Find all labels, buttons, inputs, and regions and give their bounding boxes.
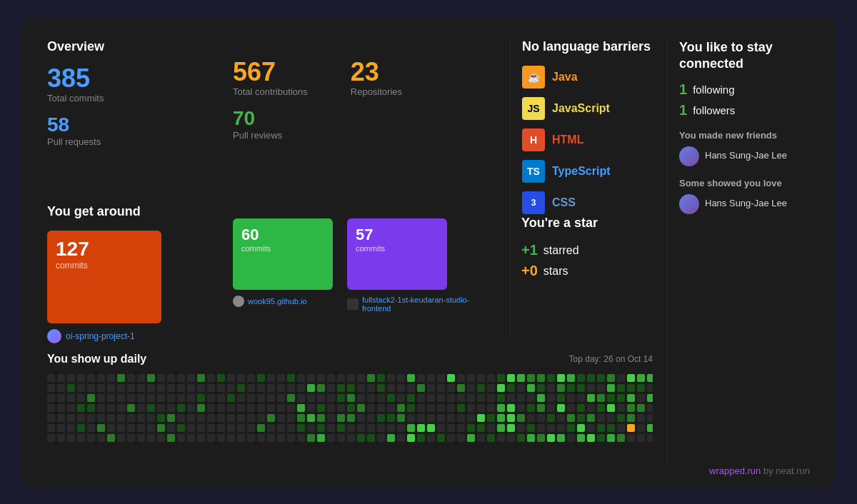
friend-item-0: Hans Sung-Jae Lee [679, 146, 810, 166]
following-count: 1 [679, 81, 687, 98]
repo-0-commits: 127 [56, 238, 153, 261]
heatmap-title: You show up daily [47, 353, 146, 366]
stars-stat: +0 stars [521, 263, 656, 279]
ts-label: TypeScript [552, 165, 611, 178]
star-section: You're a star +1 starred +0 stars [510, 204, 667, 336]
footer-by: by [761, 465, 776, 476]
friend-avatar-0 [679, 146, 699, 166]
star-title: You're a star [521, 216, 656, 231]
overview-title: Overview [47, 39, 204, 54]
repo-block-1: 60 commits [233, 218, 333, 290]
repositories-number: 23 [351, 59, 402, 85]
java-icon: ☕ [522, 66, 545, 89]
lang-ts: TS TypeScript [522, 160, 656, 183]
followers-count: 1 [679, 102, 687, 119]
brand2: neat.run [776, 465, 810, 476]
java-label: Java [552, 71, 578, 84]
js-icon: JS [522, 97, 545, 120]
right-section: You like to stay connected 1 following 1… [667, 39, 810, 465]
love-avatar-0 [679, 194, 699, 214]
starred-count: +1 [521, 242, 538, 258]
starred-stat: +1 starred [521, 242, 656, 258]
stars-count: +0 [521, 263, 538, 279]
pull-reviews-label: Pull reviews [233, 130, 308, 141]
footer: wrapped.run by neat.run [709, 465, 810, 476]
repo-blocks-middle: 60 commits wook95.github.io 57 commits f… [219, 218, 510, 336]
heatmap-header: You show up daily Top day: 26 on Oct 14 [47, 353, 653, 366]
love-name-0: Hans Sung-Jae Lee [705, 198, 787, 210]
total-commits-number: 385 [47, 66, 204, 91]
followers-label: followers [693, 104, 735, 116]
repo-2-commits: 57 [356, 226, 438, 244]
html-label: HTML [552, 133, 583, 146]
lang-java: ☕ Java [522, 66, 656, 89]
pull-requests-label: Pull requests [47, 136, 204, 147]
total-commits-label: Total commits [47, 93, 204, 104]
overview-section: Overview 385 Total commits 58 Pull reque… [47, 39, 219, 204]
starred-label: starred [543, 244, 579, 257]
heatmap-grid [47, 374, 653, 442]
lang-js: JS JavaScript [522, 97, 656, 120]
connected-title: You like to stay connected [679, 39, 810, 73]
get-around-title: You get around [47, 204, 204, 219]
language-title: No language barriers [522, 39, 656, 54]
total-contributions-label: Total contributions [233, 86, 308, 97]
repo-2-label: commits [356, 244, 438, 253]
repositories-label: Repositories [351, 86, 402, 97]
repo-2-avatar [347, 298, 359, 310]
repo-1-commits: 60 [241, 226, 324, 244]
friend-name-0: Hans Sung-Jae Lee [705, 150, 787, 162]
following-stat: 1 following [679, 81, 810, 98]
following-label: following [693, 84, 734, 96]
stars-label: stars [543, 265, 568, 278]
repo-1-label: commits [241, 244, 324, 253]
total-contributions-number: 567 [233, 59, 308, 85]
pull-requests-number: 58 [47, 115, 204, 135]
middle-section: 567 Total contributions 70 Pull reviews … [219, 39, 510, 204]
lang-html: H HTML [522, 128, 656, 151]
repo-2-name: fullstack2-1st-keudaran-studio-frontend [347, 296, 496, 313]
repo-block-2: 57 commits [347, 218, 447, 290]
brand1: wrapped.run [709, 465, 761, 476]
heatmap-section: You show up daily Top day: 26 on Oct 14 [47, 336, 667, 465]
new-friends-title: You made new friends [679, 130, 810, 141]
love-item-0: Hans Sung-Jae Lee [679, 194, 810, 214]
repo-1-name: wook95.github.io [233, 296, 333, 307]
followers-stat: 1 followers [679, 102, 810, 119]
html-icon: H [522, 128, 545, 151]
repo-0-label: commits [56, 261, 153, 271]
pull-reviews-number: 70 [233, 109, 308, 128]
heatmap-top-day: Top day: 26 on Oct 14 [569, 354, 653, 364]
repo-block-0: 127 commits [47, 231, 161, 323]
main-card: Overview 385 Total commits 58 Pull reque… [21, 16, 836, 488]
showed-love-title: Some showed you love [679, 178, 810, 188]
ts-icon: TS [522, 160, 545, 183]
repo-1-avatar [233, 296, 244, 307]
js-label: JavaScript [552, 102, 610, 115]
